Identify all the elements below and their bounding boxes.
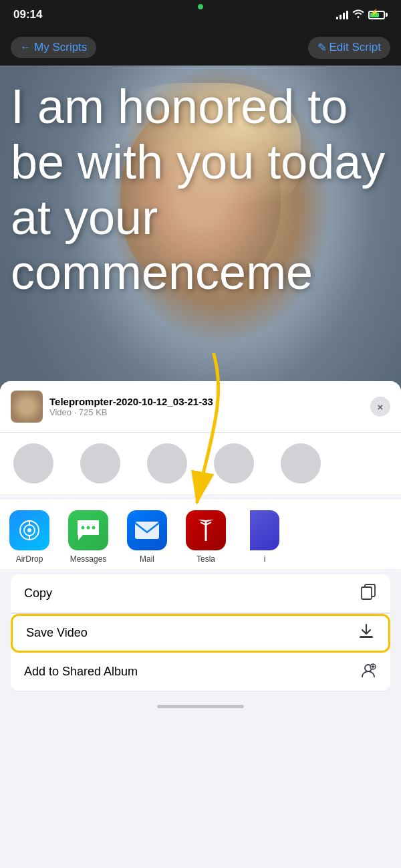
person-item[interactable] [67, 443, 134, 483]
app-item-partial[interactable]: i [235, 510, 294, 564]
svg-point-7 [92, 526, 96, 530]
svg-point-6 [87, 526, 90, 530]
save-video-label: Save Video [26, 626, 88, 640]
back-label: My Scripts [34, 41, 87, 54]
share-sheet: Teleprompter-2020-10-12_03-21-33 Video ·… [0, 381, 401, 868]
person-avatar [281, 443, 321, 483]
copy-label: Copy [24, 586, 52, 601]
save-video-action[interactable]: Save Video [11, 614, 390, 653]
share-file-details: Teleprompter-2020-10-12_03-21-33 Video ·… [49, 396, 213, 417]
app-item-tesla[interactable]: Tesla [176, 510, 235, 564]
airdrop-icon [9, 510, 49, 550]
messages-label: Messages [70, 554, 107, 564]
person-item[interactable] [0, 443, 67, 483]
save-video-icon [358, 623, 375, 644]
home-indicator [0, 697, 401, 716]
mail-icon [127, 510, 167, 550]
back-button[interactable]: ← My Scripts [11, 37, 96, 58]
svg-point-5 [82, 526, 85, 530]
mail-label: Mail [140, 554, 154, 564]
video-preview: I am honored to be with you today at you… [0, 66, 401, 413]
apps-row: AirDrop Messages Mail [0, 500, 401, 574]
person-item[interactable] [267, 443, 334, 483]
green-dot-indicator [198, 4, 203, 9]
person-avatar [13, 443, 53, 483]
airdrop-label: AirDrop [16, 554, 43, 564]
teleprompter-text: I am honored to be with you today at you… [0, 79, 401, 300]
navigation-bar: ← My Scripts ✎ Edit Script [0, 29, 401, 66]
edit-label: Edit Script [329, 41, 381, 54]
person-avatar [214, 443, 254, 483]
tesla-icon [186, 510, 226, 550]
messages-icon [68, 510, 108, 550]
person-item[interactable] [200, 443, 267, 483]
edit-script-button[interactable]: ✎ Edit Script [308, 37, 390, 59]
svg-rect-8 [135, 522, 159, 539]
share-file-meta: Video · 725 KB [49, 407, 213, 417]
person-avatar [80, 443, 120, 483]
signal-strength-icon [336, 10, 348, 19]
person-avatar [147, 443, 187, 483]
battery-icon: ⚡ [368, 11, 388, 19]
app-item-mail[interactable]: Mail [118, 510, 176, 564]
edit-icon: ✎ [317, 41, 327, 55]
copy-action[interactable]: Copy [11, 574, 390, 613]
tesla-label: Tesla [196, 554, 215, 564]
app-item-messages[interactable]: Messages [59, 510, 118, 564]
svg-rect-10 [362, 587, 372, 599]
wifi-icon [352, 9, 364, 21]
partial-app-icon [250, 510, 279, 550]
status-time: 09:14 [13, 8, 42, 21]
status-bar: 09:14 ⚡ [0, 0, 401, 29]
share-header: Teleprompter-2020-10-12_03-21-33 Video ·… [0, 381, 401, 433]
share-thumbnail [11, 391, 43, 423]
share-file-name: Teleprompter-2020-10-12_03-21-33 [49, 396, 213, 407]
people-row [0, 433, 401, 500]
add-shared-album-icon [360, 661, 377, 683]
copy-icon [360, 583, 377, 605]
svg-point-2 [27, 528, 31, 532]
home-bar [157, 705, 244, 708]
action-rows-group: Copy Save Video Add to Shared Album [11, 574, 390, 691]
add-shared-album-label: Add to Shared Album [24, 665, 138, 679]
back-arrow-icon: ← [20, 41, 31, 54]
status-icons: ⚡ [336, 9, 388, 21]
person-item[interactable] [134, 443, 200, 483]
app-item-airdrop[interactable]: AirDrop [0, 510, 59, 564]
share-file-info: Teleprompter-2020-10-12_03-21-33 Video ·… [11, 391, 213, 423]
svg-rect-11 [360, 636, 373, 638]
add-shared-album-action[interactable]: Add to Shared Album [11, 653, 390, 691]
partial-app-label: i [264, 554, 266, 564]
share-close-button[interactable]: × [370, 397, 390, 417]
